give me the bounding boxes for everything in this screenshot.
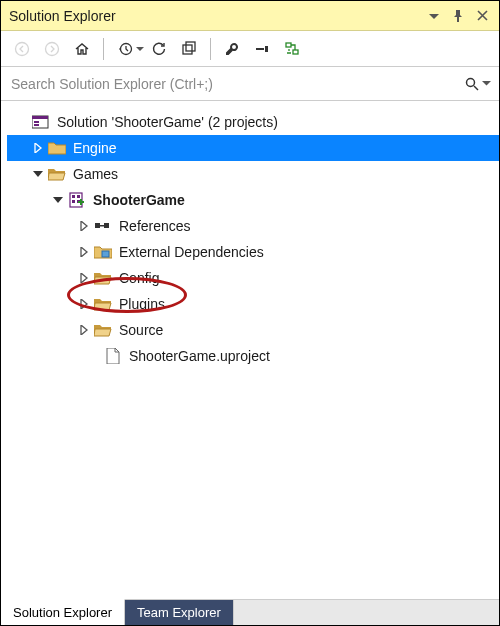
expand-glyph-icon[interactable] (77, 271, 91, 285)
svg-point-1 (46, 42, 59, 55)
expand-glyph-icon[interactable] (77, 219, 91, 233)
svg-rect-20 (104, 223, 109, 228)
window-options-icon[interactable] (425, 7, 443, 25)
svg-rect-12 (34, 121, 39, 123)
expand-glyph-icon[interactable] (31, 141, 45, 155)
svg-rect-7 (286, 43, 291, 47)
folder-open-icon (93, 269, 113, 287)
folder-open-icon (93, 295, 113, 313)
svg-rect-19 (95, 223, 100, 228)
tree-item-uproject-file[interactable]: ShooterGame.uproject (7, 343, 499, 369)
svg-point-0 (16, 42, 29, 55)
solution-icon (31, 113, 51, 131)
solution-explorer-panel: Solution Explorer (0, 0, 500, 626)
toolbar-separator (103, 38, 104, 60)
close-icon[interactable] (473, 7, 491, 25)
tree-item-label: Source (119, 322, 163, 338)
tree-item-plugins[interactable]: Plugins (7, 291, 499, 317)
tree-item-label: Engine (73, 140, 117, 156)
svg-rect-17 (72, 200, 75, 203)
svg-rect-8 (293, 50, 298, 54)
bottom-tab-strip: Solution Explorer Team Explorer (1, 599, 499, 625)
tab-team-explorer[interactable]: Team Explorer (125, 600, 234, 625)
svg-rect-6 (265, 46, 268, 52)
history-dropdown-icon[interactable] (136, 45, 144, 53)
toolbar (1, 31, 499, 67)
refresh-button[interactable] (146, 36, 172, 62)
expand-glyph-icon[interactable] (77, 245, 91, 259)
svg-rect-13 (34, 124, 39, 126)
svg-rect-11 (32, 116, 48, 119)
history-button[interactable] (112, 36, 138, 62)
tree-item-games[interactable]: Games (7, 161, 499, 187)
blank-glyph (15, 115, 29, 129)
svg-rect-5 (256, 48, 264, 50)
collapse-all-button[interactable] (176, 36, 202, 62)
pin-icon[interactable] (449, 7, 467, 25)
svg-rect-15 (72, 195, 75, 198)
svg-rect-3 (183, 45, 192, 54)
tree-item-label: Plugins (119, 296, 165, 312)
solution-tree: Solution 'ShooterGame' (2 projects) Engi… (1, 101, 499, 599)
search-dropdown-icon[interactable] (482, 79, 491, 88)
solution-node[interactable]: Solution 'ShooterGame' (2 projects) (7, 109, 499, 135)
tree-item-engine[interactable]: Engine (7, 135, 499, 161)
collapse-glyph-icon[interactable] (31, 167, 45, 181)
folder-open-icon (93, 321, 113, 339)
references-icon (93, 217, 113, 235)
view-class-diagram-button[interactable] (279, 36, 305, 62)
collapse-glyph-icon[interactable] (51, 193, 65, 207)
solution-label: Solution 'ShooterGame' (2 projects) (57, 114, 278, 130)
nav-back-button[interactable] (9, 36, 35, 62)
search-bar (1, 67, 499, 101)
tree-item-source[interactable]: Source (7, 317, 499, 343)
expand-glyph-icon[interactable] (77, 323, 91, 337)
nav-forward-button[interactable] (39, 36, 65, 62)
folder-icon (47, 139, 67, 157)
toolbar-separator (210, 38, 211, 60)
svg-rect-21 (100, 225, 104, 227)
home-button[interactable] (69, 36, 95, 62)
tab-solution-explorer[interactable]: Solution Explorer (1, 599, 125, 625)
svg-rect-16 (77, 195, 80, 198)
panel-title: Solution Explorer (9, 8, 419, 24)
search-icon[interactable] (464, 76, 480, 92)
tab-label: Team Explorer (137, 605, 221, 620)
tree-item-label: Games (73, 166, 118, 182)
tree-item-external-dependencies[interactable]: External Dependencies (7, 239, 499, 265)
svg-rect-4 (186, 42, 195, 51)
tree-item-label: External Dependencies (119, 244, 264, 260)
tree-item-references[interactable]: References (7, 213, 499, 239)
tree-item-label: Config (119, 270, 159, 286)
tree-item-config[interactable]: Config (7, 265, 499, 291)
tree-item-project-shootergame[interactable]: ShooterGame (7, 187, 499, 213)
tab-label: Solution Explorer (13, 605, 112, 620)
expand-glyph-icon[interactable] (77, 297, 91, 311)
properties-button[interactable] (219, 36, 245, 62)
external-deps-icon (93, 243, 113, 261)
tree-item-label: References (119, 218, 191, 234)
file-icon (103, 347, 123, 365)
folder-open-icon (47, 165, 67, 183)
panel-titlebar: Solution Explorer (1, 1, 499, 31)
show-all-files-button[interactable] (249, 36, 275, 62)
tree-item-label: ShooterGame (93, 192, 185, 208)
tree-item-label: ShooterGame.uproject (129, 348, 270, 364)
svg-rect-22 (102, 251, 109, 257)
project-icon (67, 191, 87, 209)
search-input[interactable] (9, 75, 464, 93)
svg-point-9 (467, 78, 475, 86)
